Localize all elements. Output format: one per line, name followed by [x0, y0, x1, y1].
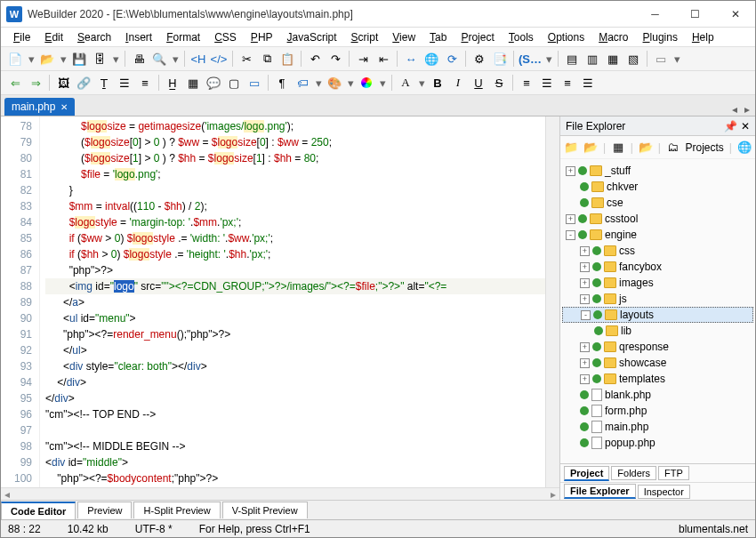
expand-icon[interactable]: +: [580, 358, 590, 368]
comment-icon[interactable]: 💬: [205, 74, 222, 92]
panel-tab-inspector[interactable]: Inspector: [638, 485, 690, 499]
dropdown-icon[interactable]: ▾: [171, 50, 180, 68]
menu-format[interactable]: Format: [161, 29, 205, 45]
align-left-icon[interactable]: ≡: [518, 74, 535, 92]
close-tab-icon[interactable]: ✕: [60, 102, 68, 112]
tree-folder[interactable]: +fancybox: [562, 259, 753, 275]
tab-prev-icon[interactable]: ◂: [732, 103, 737, 116]
vertical-scrollbar[interactable]: [545, 116, 559, 487]
list-icon[interactable]: ☰: [116, 74, 133, 92]
font-icon[interactable]: A: [397, 74, 414, 92]
print-icon[interactable]: 🖶: [130, 50, 148, 68]
tree-folder[interactable]: +css: [562, 243, 753, 259]
panel-tab-ftp[interactable]: FTP: [658, 466, 689, 480]
dropdown-icon[interactable]: ▾: [59, 50, 68, 68]
panel-tab-project[interactable]: Project: [564, 466, 609, 481]
nbsp-icon[interactable]: ¶: [273, 74, 291, 92]
view-tab-v-split-preview[interactable]: V-Split Preview: [222, 502, 308, 518]
tab-next-icon[interactable]: ▸: [744, 103, 750, 116]
maximize-button[interactable]: ☐: [675, 1, 715, 28]
tree-folder[interactable]: +images: [562, 275, 753, 291]
expand-icon[interactable]: +: [580, 342, 590, 352]
tool-icon[interactable]: ⚙: [470, 50, 488, 68]
indent-icon[interactable]: ⇥: [354, 50, 372, 68]
menu-plugins[interactable]: Plugins: [638, 29, 683, 45]
close-panel-icon[interactable]: ✕: [741, 120, 750, 132]
menu-options[interactable]: Options: [543, 29, 590, 45]
menu-tab[interactable]: Tab: [424, 29, 452, 45]
menu-project[interactable]: Project: [455, 29, 499, 45]
expand-icon[interactable]: +: [580, 278, 590, 288]
view-tab-h-split-preview[interactable]: H-Split Preview: [133, 502, 220, 518]
view-icon[interactable]: ▦: [611, 140, 625, 156]
globe-icon[interactable]: 🌐: [737, 140, 752, 156]
panel-icon[interactable]: ▦: [604, 50, 622, 68]
expand-icon[interactable]: -: [566, 230, 575, 240]
folder-tree[interactable]: +_stuffchkvercse+csstool-engine+css+fanc…: [560, 159, 755, 463]
pin-icon[interactable]: 📌: [724, 120, 737, 132]
save-all-icon[interactable]: 🗄: [91, 50, 109, 68]
menu-tools[interactable]: Tools: [503, 29, 539, 45]
expand-icon[interactable]: +: [580, 294, 590, 304]
globe-icon[interactable]: 🌐: [422, 50, 440, 68]
projects-icon[interactable]: 🗂: [666, 140, 680, 156]
menu-help[interactable]: Help: [687, 29, 720, 45]
css-label[interactable]: (S…: [519, 50, 542, 68]
numlist-icon[interactable]: ≡: [136, 74, 154, 92]
tree-file[interactable]: main.php: [562, 419, 753, 435]
dropdown-icon[interactable]: ▾: [417, 74, 426, 92]
expand-icon[interactable]: -: [581, 310, 591, 320]
div-icon[interactable]: ▭: [245, 74, 263, 92]
panel-icon[interactable]: ▭: [652, 50, 670, 68]
menu-search[interactable]: Search: [72, 29, 117, 45]
tag-icon[interactable]: </>: [210, 50, 228, 68]
tag-icon[interactable]: 🏷: [294, 74, 311, 92]
tag-icon[interactable]: <H: [189, 50, 207, 68]
panel-tab-file-explorer[interactable]: File Explorer: [564, 484, 636, 499]
paste-icon[interactable]: 📋: [278, 50, 296, 68]
code-editor[interactable]: 7879808182838485868788899091929394959697…: [1, 116, 559, 500]
panel-icon[interactable]: ▤: [563, 50, 581, 68]
dropdown-icon[interactable]: ▾: [27, 50, 36, 68]
align-right-icon[interactable]: ≡: [559, 74, 576, 92]
menu-javascript[interactable]: JavaScript: [282, 29, 342, 45]
open-folder-icon[interactable]: 📂: [639, 140, 653, 156]
panel-icon[interactable]: ▧: [624, 50, 642, 68]
tree-file[interactable]: popup.php: [562, 435, 753, 451]
menu-view[interactable]: View: [387, 29, 421, 45]
menu-file[interactable]: File: [8, 29, 36, 45]
tree-folder[interactable]: lib: [562, 323, 753, 339]
menu-edit[interactable]: Edit: [39, 29, 68, 45]
bold-icon[interactable]: B: [429, 74, 446, 92]
tree-folder[interactable]: +js: [562, 291, 753, 307]
expand-icon[interactable]: +: [580, 246, 590, 256]
image-icon[interactable]: 🖼: [54, 74, 72, 92]
dropdown-icon[interactable]: ▾: [544, 50, 553, 68]
panel-icon[interactable]: ▥: [583, 50, 601, 68]
align-center-icon[interactable]: ☰: [538, 74, 556, 92]
dropdown-icon[interactable]: ▾: [672, 50, 681, 68]
dropdown-icon[interactable]: ▾: [346, 74, 355, 92]
folder-up-icon[interactable]: 📂: [583, 140, 598, 156]
redo-icon[interactable]: ↷: [326, 50, 344, 68]
dropdown-icon[interactable]: ▾: [111, 50, 120, 68]
strike-icon[interactable]: S: [490, 74, 508, 92]
color-icon[interactable]: [358, 74, 375, 92]
copy-icon[interactable]: ⧉: [258, 50, 276, 68]
view-tab-code-editor[interactable]: Code Editor: [1, 502, 76, 519]
close-button[interactable]: ✕: [715, 1, 755, 28]
menu-css[interactable]: CSS: [209, 29, 242, 45]
cut-icon[interactable]: ✂: [237, 50, 255, 68]
dropdown-icon[interactable]: ▾: [378, 74, 387, 92]
palette-icon[interactable]: 🎨: [326, 74, 343, 92]
panel-tab-folders[interactable]: Folders: [611, 466, 656, 480]
tree-file[interactable]: form.php: [562, 403, 753, 419]
arrow-left-icon[interactable]: ⇐: [6, 74, 24, 92]
view-tab-preview[interactable]: Preview: [77, 502, 132, 518]
projects-label[interactable]: Projects: [686, 141, 724, 154]
table-icon[interactable]: ▦: [184, 74, 202, 92]
hr-icon[interactable]: H̲: [164, 74, 181, 92]
menu-macro[interactable]: Macro: [593, 29, 633, 45]
arrow-right-icon[interactable]: ⇒: [27, 74, 44, 92]
search-icon[interactable]: 🔍: [150, 50, 168, 68]
